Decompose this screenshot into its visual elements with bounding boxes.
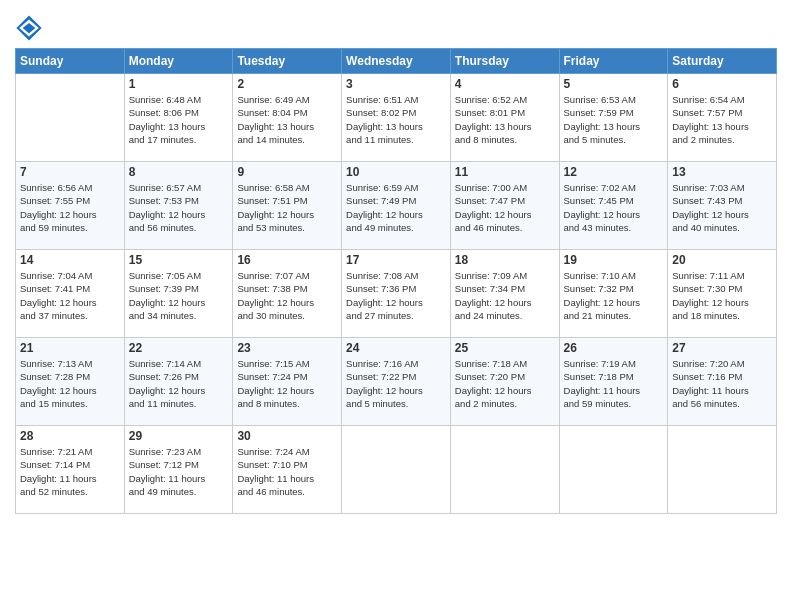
calendar-cell: 19Sunrise: 7:10 AM Sunset: 7:32 PM Dayli… xyxy=(559,250,668,338)
weekday-header: Thursday xyxy=(450,49,559,74)
day-info: Sunrise: 7:11 AM Sunset: 7:30 PM Dayligh… xyxy=(672,269,772,322)
day-info: Sunrise: 6:54 AM Sunset: 7:57 PM Dayligh… xyxy=(672,93,772,146)
header-row: SundayMondayTuesdayWednesdayThursdayFrid… xyxy=(16,49,777,74)
day-info: Sunrise: 7:05 AM Sunset: 7:39 PM Dayligh… xyxy=(129,269,229,322)
calendar-cell xyxy=(342,426,451,514)
day-info: Sunrise: 7:03 AM Sunset: 7:43 PM Dayligh… xyxy=(672,181,772,234)
calendar-cell: 20Sunrise: 7:11 AM Sunset: 7:30 PM Dayli… xyxy=(668,250,777,338)
day-number: 17 xyxy=(346,253,446,267)
day-number: 24 xyxy=(346,341,446,355)
day-info: Sunrise: 7:00 AM Sunset: 7:47 PM Dayligh… xyxy=(455,181,555,234)
day-number: 25 xyxy=(455,341,555,355)
day-info: Sunrise: 6:53 AM Sunset: 7:59 PM Dayligh… xyxy=(564,93,664,146)
calendar-cell: 12Sunrise: 7:02 AM Sunset: 7:45 PM Dayli… xyxy=(559,162,668,250)
day-info: Sunrise: 7:08 AM Sunset: 7:36 PM Dayligh… xyxy=(346,269,446,322)
day-number: 13 xyxy=(672,165,772,179)
day-number: 27 xyxy=(672,341,772,355)
calendar-cell: 3Sunrise: 6:51 AM Sunset: 8:02 PM Daylig… xyxy=(342,74,451,162)
calendar-cell: 22Sunrise: 7:14 AM Sunset: 7:26 PM Dayli… xyxy=(124,338,233,426)
calendar-cell: 9Sunrise: 6:58 AM Sunset: 7:51 PM Daylig… xyxy=(233,162,342,250)
calendar-cell: 15Sunrise: 7:05 AM Sunset: 7:39 PM Dayli… xyxy=(124,250,233,338)
day-info: Sunrise: 6:52 AM Sunset: 8:01 PM Dayligh… xyxy=(455,93,555,146)
day-number: 4 xyxy=(455,77,555,91)
calendar-cell: 29Sunrise: 7:23 AM Sunset: 7:12 PM Dayli… xyxy=(124,426,233,514)
day-info: Sunrise: 6:59 AM Sunset: 7:49 PM Dayligh… xyxy=(346,181,446,234)
day-info: Sunrise: 7:16 AM Sunset: 7:22 PM Dayligh… xyxy=(346,357,446,410)
calendar-cell: 23Sunrise: 7:15 AM Sunset: 7:24 PM Dayli… xyxy=(233,338,342,426)
calendar-row: 21Sunrise: 7:13 AM Sunset: 7:28 PM Dayli… xyxy=(16,338,777,426)
calendar-cell: 11Sunrise: 7:00 AM Sunset: 7:47 PM Dayli… xyxy=(450,162,559,250)
calendar-cell: 21Sunrise: 7:13 AM Sunset: 7:28 PM Dayli… xyxy=(16,338,125,426)
calendar-cell: 5Sunrise: 6:53 AM Sunset: 7:59 PM Daylig… xyxy=(559,74,668,162)
day-number: 15 xyxy=(129,253,229,267)
page: SundayMondayTuesdayWednesdayThursdayFrid… xyxy=(0,0,792,612)
day-number: 30 xyxy=(237,429,337,443)
day-number: 26 xyxy=(564,341,664,355)
weekday-header: Tuesday xyxy=(233,49,342,74)
day-number: 28 xyxy=(20,429,120,443)
day-info: Sunrise: 7:20 AM Sunset: 7:16 PM Dayligh… xyxy=(672,357,772,410)
day-info: Sunrise: 6:49 AM Sunset: 8:04 PM Dayligh… xyxy=(237,93,337,146)
day-info: Sunrise: 7:09 AM Sunset: 7:34 PM Dayligh… xyxy=(455,269,555,322)
calendar-cell: 10Sunrise: 6:59 AM Sunset: 7:49 PM Dayli… xyxy=(342,162,451,250)
day-info: Sunrise: 6:58 AM Sunset: 7:51 PM Dayligh… xyxy=(237,181,337,234)
calendar-cell: 17Sunrise: 7:08 AM Sunset: 7:36 PM Dayli… xyxy=(342,250,451,338)
day-number: 22 xyxy=(129,341,229,355)
calendar-cell: 28Sunrise: 7:21 AM Sunset: 7:14 PM Dayli… xyxy=(16,426,125,514)
weekday-header: Monday xyxy=(124,49,233,74)
weekday-header: Saturday xyxy=(668,49,777,74)
day-number: 5 xyxy=(564,77,664,91)
day-number: 16 xyxy=(237,253,337,267)
calendar-cell: 24Sunrise: 7:16 AM Sunset: 7:22 PM Dayli… xyxy=(342,338,451,426)
calendar-table: SundayMondayTuesdayWednesdayThursdayFrid… xyxy=(15,48,777,514)
header xyxy=(15,10,777,42)
calendar-cell xyxy=(450,426,559,514)
day-info: Sunrise: 7:04 AM Sunset: 7:41 PM Dayligh… xyxy=(20,269,120,322)
day-number: 12 xyxy=(564,165,664,179)
calendar-cell: 30Sunrise: 7:24 AM Sunset: 7:10 PM Dayli… xyxy=(233,426,342,514)
day-info: Sunrise: 7:23 AM Sunset: 7:12 PM Dayligh… xyxy=(129,445,229,498)
weekday-header: Sunday xyxy=(16,49,125,74)
day-info: Sunrise: 7:02 AM Sunset: 7:45 PM Dayligh… xyxy=(564,181,664,234)
calendar-cell: 14Sunrise: 7:04 AM Sunset: 7:41 PM Dayli… xyxy=(16,250,125,338)
day-number: 1 xyxy=(129,77,229,91)
calendar-cell: 2Sunrise: 6:49 AM Sunset: 8:04 PM Daylig… xyxy=(233,74,342,162)
calendar-row: 1Sunrise: 6:48 AM Sunset: 8:06 PM Daylig… xyxy=(16,74,777,162)
calendar-cell: 7Sunrise: 6:56 AM Sunset: 7:55 PM Daylig… xyxy=(16,162,125,250)
day-info: Sunrise: 7:24 AM Sunset: 7:10 PM Dayligh… xyxy=(237,445,337,498)
day-number: 14 xyxy=(20,253,120,267)
day-number: 6 xyxy=(672,77,772,91)
day-number: 20 xyxy=(672,253,772,267)
day-info: Sunrise: 7:15 AM Sunset: 7:24 PM Dayligh… xyxy=(237,357,337,410)
calendar-row: 7Sunrise: 6:56 AM Sunset: 7:55 PM Daylig… xyxy=(16,162,777,250)
calendar-cell xyxy=(668,426,777,514)
day-number: 2 xyxy=(237,77,337,91)
weekday-header: Friday xyxy=(559,49,668,74)
calendar-cell: 4Sunrise: 6:52 AM Sunset: 8:01 PM Daylig… xyxy=(450,74,559,162)
day-info: Sunrise: 7:10 AM Sunset: 7:32 PM Dayligh… xyxy=(564,269,664,322)
day-info: Sunrise: 7:13 AM Sunset: 7:28 PM Dayligh… xyxy=(20,357,120,410)
day-number: 23 xyxy=(237,341,337,355)
logo xyxy=(15,14,45,42)
calendar-cell: 16Sunrise: 7:07 AM Sunset: 7:38 PM Dayli… xyxy=(233,250,342,338)
day-number: 3 xyxy=(346,77,446,91)
day-number: 8 xyxy=(129,165,229,179)
day-info: Sunrise: 6:56 AM Sunset: 7:55 PM Dayligh… xyxy=(20,181,120,234)
day-info: Sunrise: 6:48 AM Sunset: 8:06 PM Dayligh… xyxy=(129,93,229,146)
day-number: 11 xyxy=(455,165,555,179)
day-number: 18 xyxy=(455,253,555,267)
day-info: Sunrise: 7:18 AM Sunset: 7:20 PM Dayligh… xyxy=(455,357,555,410)
calendar-cell: 8Sunrise: 6:57 AM Sunset: 7:53 PM Daylig… xyxy=(124,162,233,250)
day-info: Sunrise: 6:57 AM Sunset: 7:53 PM Dayligh… xyxy=(129,181,229,234)
day-info: Sunrise: 6:51 AM Sunset: 8:02 PM Dayligh… xyxy=(346,93,446,146)
calendar-cell: 26Sunrise: 7:19 AM Sunset: 7:18 PM Dayli… xyxy=(559,338,668,426)
day-number: 19 xyxy=(564,253,664,267)
day-info: Sunrise: 7:21 AM Sunset: 7:14 PM Dayligh… xyxy=(20,445,120,498)
calendar-cell xyxy=(16,74,125,162)
day-number: 10 xyxy=(346,165,446,179)
calendar-cell: 13Sunrise: 7:03 AM Sunset: 7:43 PM Dayli… xyxy=(668,162,777,250)
weekday-header: Wednesday xyxy=(342,49,451,74)
calendar-cell xyxy=(559,426,668,514)
calendar-cell: 6Sunrise: 6:54 AM Sunset: 7:57 PM Daylig… xyxy=(668,74,777,162)
day-info: Sunrise: 7:07 AM Sunset: 7:38 PM Dayligh… xyxy=(237,269,337,322)
